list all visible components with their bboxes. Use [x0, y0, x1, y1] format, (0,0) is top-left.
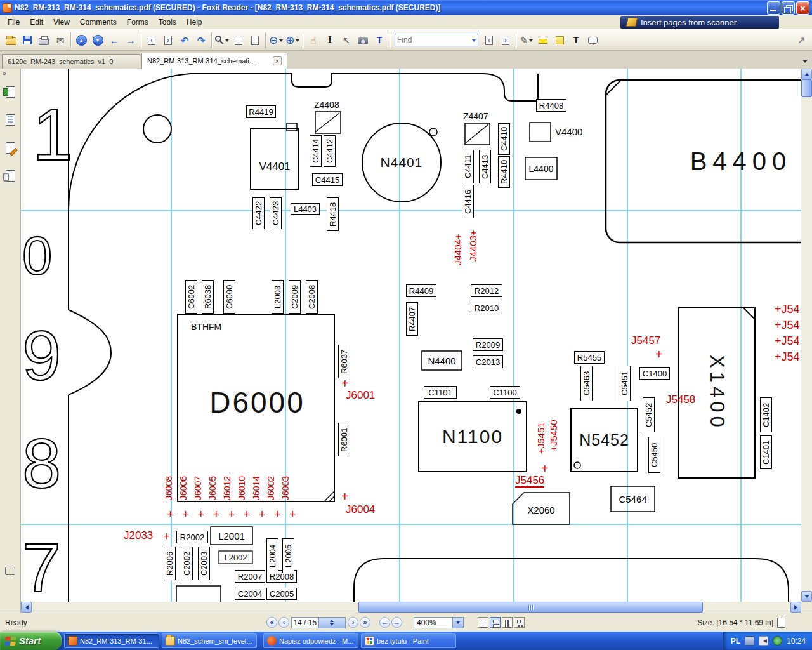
- volume-tray-icon[interactable]: [759, 636, 768, 646]
- facing-layout-button[interactable]: [502, 617, 513, 628]
- vertical-scroll-thumb[interactable]: [801, 79, 812, 97]
- text-viewer-button[interactable]: T: [371, 32, 388, 48]
- close-button[interactable]: [796, 1, 809, 15]
- taskbar-item-paint[interactable]: bez tytułu - Paint: [361, 633, 456, 648]
- next-page-button[interactable]: ›: [348, 617, 358, 628]
- continuous-layout-button[interactable]: [490, 617, 501, 628]
- first-page-button[interactable]: «: [266, 617, 277, 628]
- signature-panel-button[interactable]: [0, 138, 20, 157]
- menu-forms[interactable]: Forms: [122, 16, 154, 29]
- previous-view-button[interactable]: ←: [379, 617, 390, 628]
- scroll-up-button[interactable]: [801, 69, 812, 79]
- zoom-tool-dropdown-icon[interactable]: [225, 39, 229, 44]
- pages-panel-button[interactable]: [0, 110, 20, 129]
- page-spinner[interactable]: [318, 618, 346, 628]
- menu-tools[interactable]: Tools: [154, 16, 181, 29]
- save-button[interactable]: [19, 32, 36, 48]
- find-input[interactable]: [397, 36, 472, 44]
- page-number-field[interactable]: 14 / 15: [291, 617, 346, 628]
- zoom-out-button[interactable]: ⊖: [268, 32, 284, 48]
- paint-icon: [365, 636, 374, 646]
- continuous-facing-layout-button[interactable]: [514, 617, 525, 628]
- tab-close-icon[interactable]: [273, 56, 282, 65]
- find-box[interactable]: [395, 34, 478, 46]
- undo-button[interactable]: ↶: [176, 32, 193, 48]
- pencil-tool-dropdown-icon[interactable]: [529, 39, 533, 44]
- component-label-C4422: C4422: [252, 197, 265, 229]
- zoom-level-field[interactable]: 400%: [414, 617, 453, 628]
- scroll-left-button[interactable]: [21, 602, 32, 613]
- horizontal-scroll-thumb[interactable]: [358, 602, 703, 613]
- prev-page-button[interactable]: ‹: [278, 617, 289, 628]
- restore-button[interactable]: [782, 1, 795, 15]
- tab-6120c-schematics[interactable]: 6120c_RM-243_schematics_v1_0: [2, 54, 140, 69]
- panel-expand-chevron[interactable]: [3, 70, 6, 77]
- back-button[interactable]: ←: [106, 32, 122, 48]
- scrollbar-corner: [801, 602, 812, 613]
- display-tray-icon[interactable]: [745, 636, 754, 646]
- find-dropdown-icon[interactable]: [472, 39, 476, 44]
- highlight-tool-icon: [539, 39, 547, 44]
- actual-size-button[interactable]: [230, 32, 247, 48]
- next-view-button[interactable]: ›: [160, 32, 176, 48]
- zoom-in-button[interactable]: ⊕: [284, 32, 301, 48]
- open-button[interactable]: [3, 32, 19, 48]
- select-annotation-button[interactable]: ↖: [338, 32, 355, 48]
- print-button[interactable]: [36, 32, 52, 48]
- forward-button[interactable]: →: [122, 32, 139, 48]
- previous-page-button[interactable]: ▲: [73, 32, 89, 48]
- component-label-L2004: L2004: [266, 538, 278, 573]
- email-button[interactable]: ✉: [52, 32, 69, 48]
- tab-list-dropdown[interactable]: [801, 56, 809, 65]
- pencil-tool-button[interactable]: ✎: [518, 32, 535, 48]
- previous-view-button[interactable]: ‹: [143, 32, 160, 48]
- minimize-button[interactable]: [767, 1, 780, 15]
- hand-tool-button[interactable]: ☝: [305, 32, 322, 48]
- vertical-scroll-track[interactable]: [801, 79, 812, 591]
- bookmarks-panel-button[interactable]: [0, 83, 20, 102]
- select-text-button[interactable]: I: [322, 32, 338, 48]
- antivirus-tray-icon[interactable]: [773, 636, 782, 646]
- comments-panel-button[interactable]: [0, 561, 20, 580]
- next-page-button[interactable]: ▼: [89, 32, 106, 48]
- last-page-button[interactable]: »: [360, 617, 370, 628]
- scanner-promo-banner[interactable]: Insert pages from scanner: [620, 16, 779, 29]
- clock: 10:24: [787, 637, 806, 646]
- typewriter-tool-button[interactable]: T: [568, 32, 584, 48]
- zoom-dropdown-button[interactable]: [453, 617, 464, 628]
- horizontal-scroll-track[interactable]: [32, 602, 790, 613]
- single-page-layout-button[interactable]: [478, 617, 488, 628]
- callout-tool-button[interactable]: [584, 32, 601, 48]
- zoom-in-dropdown-icon[interactable]: [296, 39, 299, 44]
- find-next-button[interactable]: ›: [497, 32, 514, 48]
- note-tool-button[interactable]: [551, 32, 568, 48]
- taskbar-item-foxit[interactable]: N82_RM-313_RM-31...: [64, 633, 159, 648]
- find-previous-button[interactable]: ‹: [481, 32, 497, 48]
- workspace: 10987 R4419R4408C4415L4403R4409R2012R201…: [0, 69, 812, 602]
- highlight-tool-button[interactable]: [535, 32, 551, 48]
- attachments-panel-button[interactable]: [0, 166, 20, 185]
- scroll-down-button[interactable]: [801, 591, 812, 602]
- taskbar-item-explorer[interactable]: N82_schem_sm_level...: [162, 633, 257, 648]
- menu-help[interactable]: Help: [181, 16, 207, 29]
- menu-view[interactable]: View: [48, 16, 75, 29]
- share-button[interactable]: ↗: [793, 32, 809, 48]
- language-indicator[interactable]: PL: [731, 637, 740, 646]
- snapshot-button[interactable]: [355, 32, 371, 48]
- redo-button[interactable]: ↷: [193, 32, 209, 48]
- start-button[interactable]: Start: [0, 632, 62, 650]
- redo-icon: ↷: [197, 36, 206, 45]
- next-view-button[interactable]: →: [391, 617, 402, 628]
- zoom-tool-button[interactable]: [214, 32, 230, 48]
- menu-comments[interactable]: Comments: [75, 16, 122, 29]
- scroll-right-button[interactable]: [790, 602, 801, 613]
- vertical-scrollbar[interactable]: [801, 69, 812, 602]
- menu-file[interactable]: File: [3, 16, 25, 29]
- document-canvas[interactable]: 10987 R4419R4408C4415L4403R4409R2012R201…: [21, 69, 801, 602]
- zoom-out-dropdown-icon[interactable]: [279, 39, 283, 44]
- title-bar[interactable]: N82_RM-313_RM-314_schematics.pdf (SECURE…: [0, 0, 812, 15]
- menu-edit[interactable]: Edit: [25, 16, 48, 29]
- tab-n82-schematics[interactable]: N82_RM-313_RM-314_schemati...: [141, 53, 287, 69]
- fit-page-button[interactable]: [247, 32, 263, 48]
- taskbar-item-mail[interactable]: Napisz odpowiedź - M...: [263, 633, 358, 648]
